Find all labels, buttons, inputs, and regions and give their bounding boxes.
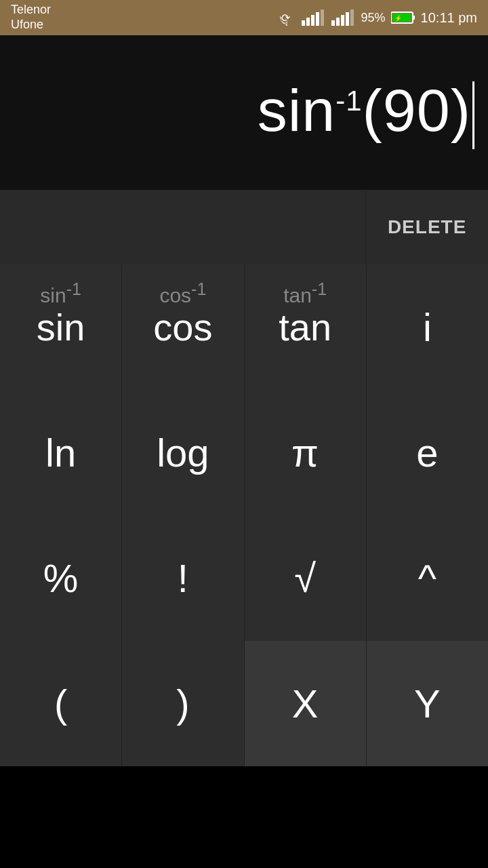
power-button[interactable]: ^	[367, 515, 488, 641]
cursor	[472, 81, 474, 149]
battery-icon: ⚡	[391, 11, 415, 24]
cos-button[interactable]: cos-1 cos	[122, 264, 243, 390]
pi-label: π	[291, 433, 319, 473]
carrier-name: Telenor	[11, 3, 51, 18]
ln-button[interactable]: ln	[0, 390, 121, 515]
ops-row: % ! √ ^	[0, 515, 488, 641]
status-bar: Telenor Ufone ⟳	[0, 0, 488, 35]
y-label: Y	[414, 684, 441, 724]
euler-button[interactable]: e	[367, 390, 488, 515]
svg-rect-1	[302, 20, 305, 26]
carrier-info: Telenor Ufone	[11, 3, 51, 32]
exponent: -1	[336, 85, 362, 117]
log-row: ln log π e	[0, 390, 488, 515]
e-label: e	[416, 433, 438, 473]
percent-button[interactable]: %	[0, 515, 121, 641]
status-right: ⟳ 95% ⚡	[280, 9, 477, 26]
trig-row: sin-1 sin cos-1 cos tan-1 tan i	[0, 264, 488, 390]
sin-label: sin	[37, 309, 85, 347]
left-paren-button[interactable]: (	[0, 641, 121, 766]
clock: 10:11 pm	[421, 10, 477, 26]
svg-rect-2	[306, 18, 310, 26]
pi-button[interactable]: π	[245, 390, 366, 515]
svg-text:⚡: ⚡	[394, 14, 403, 22]
svg-rect-5	[321, 9, 324, 26]
left-paren-label: (	[54, 684, 67, 724]
factorial-label: !	[178, 559, 188, 598]
expression-display: sin-1(90)	[258, 76, 474, 149]
ln-label: ln	[45, 433, 76, 473]
svg-rect-10	[350, 9, 354, 26]
svg-rect-8	[341, 15, 344, 26]
delete-label: DELETE	[388, 216, 466, 238]
svg-rect-6	[331, 20, 335, 26]
svg-text:⟳: ⟳	[281, 12, 291, 24]
display-area: sin-1(90)	[0, 35, 488, 190]
x-variable-button[interactable]: X	[245, 641, 366, 766]
right-paren-button[interactable]: )	[122, 641, 243, 766]
log-label: log	[157, 433, 209, 473]
svg-rect-7	[336, 18, 340, 26]
svg-rect-12	[413, 16, 415, 20]
sin-inverse-label: sin-1	[40, 279, 81, 307]
tan-button[interactable]: tan-1 tan	[245, 264, 366, 390]
sin-button[interactable]: sin-1 sin	[0, 264, 121, 390]
signal-icon	[302, 9, 326, 26]
svg-rect-3	[311, 15, 314, 26]
paren-row: ( ) X Y	[0, 641, 488, 766]
y-variable-button[interactable]: Y	[367, 641, 488, 766]
carrier-name-2: Ufone	[11, 18, 51, 33]
sqrt-button[interactable]: √	[245, 515, 366, 641]
tan-label: tan	[279, 309, 331, 347]
svg-rect-9	[346, 12, 349, 26]
sqrt-label: √	[294, 559, 316, 598]
i-label: i	[423, 308, 432, 347]
battery-percent: 95%	[361, 11, 386, 25]
signal-icon-2	[331, 9, 356, 26]
tan-inverse-label: tan-1	[283, 279, 327, 307]
percent-label: %	[43, 559, 79, 598]
log-button[interactable]: log	[122, 390, 243, 515]
svg-rect-4	[316, 12, 319, 26]
top-row: DELETE	[0, 190, 488, 264]
imaginary-button[interactable]: i	[367, 264, 488, 390]
x-label: X	[292, 684, 319, 724]
factorial-button[interactable]: !	[122, 515, 243, 641]
right-paren-label: )	[176, 684, 189, 724]
rotation-icon: ⟳	[280, 9, 296, 26]
empty-area	[0, 190, 365, 264]
power-label: ^	[418, 559, 436, 598]
cos-inverse-label: cos-1	[159, 279, 206, 307]
cos-label: cos	[153, 309, 212, 347]
delete-button[interactable]: DELETE	[366, 190, 488, 264]
